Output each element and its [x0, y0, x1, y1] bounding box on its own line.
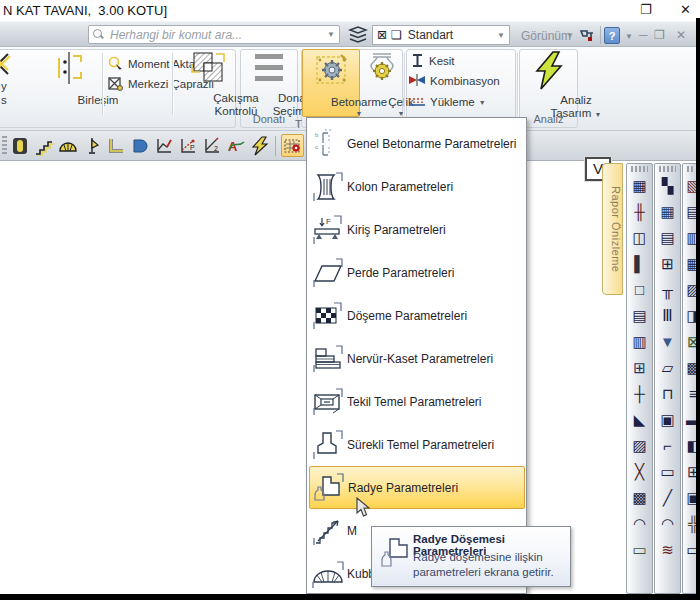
strip-footing-icon[interactable]: ⌐: [657, 433, 678, 459]
view-dropdown-icon[interactable]: ▼: [566, 31, 574, 40]
rapor-onizleme-tab[interactable]: Rapor Önizleme: [602, 163, 623, 295]
window-title: N KAT TAVANI, 3.00 KOTU]: [3, 3, 167, 18]
stairs-tool-icon[interactable]: [32, 134, 55, 157]
menu-item-genel-betonarme[interactable]: bc Genel Betonarme Parametreleri: [309, 122, 525, 165]
cakisma-kontrolu-button[interactable]: Çakışma Kontrolü: [182, 50, 236, 116]
footing-icon[interactable]: ▣: [657, 407, 678, 433]
combo-dropdown-icon[interactable]: ▼: [497, 31, 505, 40]
table-icon[interactable]: ▦: [629, 173, 650, 199]
donati-secimi-button[interactable]: Donatı Seçimi ▼: [243, 50, 295, 116]
layers-icon[interactable]: [348, 26, 368, 46]
palette-grip[interactable]: [631, 166, 648, 172]
doc-pair-icon[interactable]: ▭: [629, 537, 650, 563]
raft-icon[interactable]: ▭: [657, 459, 678, 485]
cakisma-kontrolu-icon: [190, 50, 230, 92]
chart-2-icon[interactable]: 2: [200, 134, 223, 157]
wall-panel-icon[interactable]: ▱: [657, 355, 678, 381]
betonarme-button[interactable]: Betonarme ▼: [302, 49, 360, 117]
quick-access-toolbar: Herhangi bir komut ara... ▼ ⊠ ❏ Standart…: [0, 21, 700, 47]
customize-tool-icon[interactable]: [578, 26, 596, 46]
beam-support-icon[interactable]: ╥: [657, 277, 678, 303]
node-loads-icon[interactable]: ╫: [629, 199, 650, 225]
menu-item-tekil-temel[interactable]: Tekil Temel Parametreleri: [309, 380, 525, 423]
column-tool-icon[interactable]: [8, 134, 31, 157]
restore-window-icon[interactable]: ❐: [640, 2, 652, 17]
help-button[interactable]: ?: [604, 27, 620, 44]
palette-select-tools: ▦╫◫▌□▤▥⊞┼◣▨╳▩◠▭: [626, 163, 653, 594]
view-menu[interactable]: Görünüm: [521, 29, 571, 43]
help-dropdown-icon[interactable]: ▼: [625, 32, 633, 41]
ribbed-slab-icon[interactable]: ▤: [657, 225, 678, 251]
restore-doc-icon[interactable]: ❐: [654, 28, 665, 42]
plumb-tool-icon[interactable]: [80, 134, 103, 157]
table-brush-icon[interactable]: ▤: [629, 303, 650, 329]
qat-separator: [600, 26, 601, 44]
lightning-tool-icon[interactable]: [248, 134, 271, 157]
region-select-icon[interactable]: □: [629, 277, 650, 303]
column-section-icon[interactable]: Ⅲ: [657, 303, 678, 329]
kolon-icon: [309, 171, 347, 203]
add-table-icon[interactable]: ⊞: [629, 355, 650, 381]
palette-grip[interactable]: [687, 166, 695, 172]
wall-pick-icon[interactable]: ◫: [629, 225, 650, 251]
close-doc-icon[interactable]: ✕: [676, 28, 686, 42]
celik-button[interactable]: Çelik ▼: [363, 50, 401, 116]
doseme-icon: [309, 300, 347, 332]
command-search-input[interactable]: Herhangi bir komut ara... ▼: [88, 25, 340, 44]
cap-tool-icon[interactable]: [128, 134, 151, 157]
channel-icon[interactable]: ⊓: [657, 381, 678, 407]
birlesim-icon: [53, 50, 85, 88]
kesit-icon: [410, 53, 425, 70]
menu-item-radye[interactable]: Radye Parametreleri: [309, 466, 525, 509]
funnel-icon[interactable]: ▼: [657, 329, 678, 355]
column-paint-icon[interactable]: ▌: [629, 251, 650, 277]
cross-member-icon[interactable]: ╳: [629, 459, 650, 485]
kombinasyon-button[interactable]: Kombinasyon: [408, 72, 500, 90]
titlebar: N KAT TAVANI, 3.00 KOTU] ❐ ✕: [0, 0, 700, 21]
toolbar-style-combobox[interactable]: ⊠ ❏ Standart ▼: [372, 25, 510, 45]
chart-curve-icon[interactable]: [152, 134, 175, 157]
window-border-bottom: [0, 594, 700, 600]
birlesim-button[interactable]: Birleşim: [38, 50, 98, 116]
corner-brush-icon[interactable]: ◣: [629, 407, 650, 433]
merkezi-caprazli-icon: [108, 76, 124, 93]
angle-tool-icon[interactable]: [104, 134, 127, 157]
palette-grip[interactable]: [659, 166, 676, 172]
toolbar-grip[interactable]: [2, 136, 7, 156]
parameters-active-icon[interactable]: [281, 134, 304, 157]
hatch-grid-icon[interactable]: ▦: [657, 199, 678, 225]
tooltip-line2: parametreleri ekrana getirir.: [413, 566, 554, 578]
curve-icon[interactable]: ≋: [657, 537, 678, 563]
dome-tool-icon[interactable]: [56, 134, 79, 157]
menu-item-nervur-kaset[interactable]: Nervür-Kaset Parametreleri: [309, 337, 525, 380]
yukleme-button[interactable]: Yükleme ▼: [408, 93, 486, 111]
menu-item-kiris[interactable]: F Kiriş Parametreleri: [309, 208, 525, 251]
application-window: N KAT TAVANI, 3.00 KOTU] ❐ ✕ Herhangi bi…: [0, 0, 700, 600]
menu-item-perde[interactable]: Perde Parametreleri: [309, 251, 525, 294]
analiz-tasarim-button[interactable]: Analiz Tasarım ▼: [521, 50, 576, 116]
table-brush2-icon[interactable]: ▥: [629, 329, 650, 355]
spectrum-icon[interactable]: A: [224, 134, 247, 157]
search-dropdown-icon[interactable]: ▼: [327, 30, 335, 39]
angle-brush-icon[interactable]: ▨: [629, 433, 650, 459]
menu-item-doseme[interactable]: Döşeme Parametreleri: [309, 294, 525, 337]
fan-icon[interactable]: ◠: [629, 511, 650, 537]
kesit-button[interactable]: Kesit: [410, 52, 455, 70]
menu-item-surekli-temel[interactable]: Sürekli Temel Parametreleri: [309, 423, 525, 466]
waffle-slab-icon[interactable]: ⊞: [657, 251, 678, 277]
crosshair-icon[interactable]: ┼: [629, 381, 650, 407]
palette-element-tools: ▚▦▤⊞╥Ⅲ▼▱⊓▣⌐▭╱◠≋: [654, 163, 681, 594]
menu-item-kolon[interactable]: Kolon Parametreleri: [309, 165, 525, 208]
stair-icon[interactable]: ╱: [657, 485, 678, 511]
covered-group-label-fragment: T: [295, 118, 302, 130]
search-placeholder: Herhangi bir komut ara...: [110, 28, 242, 42]
dome-icon[interactable]: ◠: [657, 511, 678, 537]
svg-text:c: c: [315, 144, 318, 150]
fence-icon[interactable]: ▩: [629, 485, 650, 511]
minimize-doc-icon[interactable]: ─: [639, 28, 648, 42]
cut-label-fragment-2: s: [1, 94, 7, 106]
slab-checker-icon[interactable]: ▚: [657, 173, 678, 199]
donati-secimi-icon: [253, 52, 285, 88]
close-window-icon[interactable]: ✕: [680, 2, 691, 17]
chart-p-icon[interactable]: P: [176, 134, 199, 157]
